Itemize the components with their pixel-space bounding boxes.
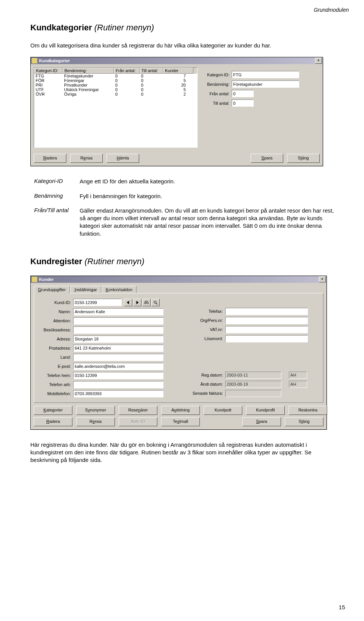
- synonymer-button[interactable]: Synonymer: [76, 406, 115, 415]
- nav-binoculars-icon[interactable]: [142, 299, 151, 306]
- input-land[interactable]: [73, 354, 163, 361]
- label-telhem: Telefon hem:: [39, 373, 71, 378]
- input-epost[interactable]: [73, 363, 163, 370]
- table-row[interactable]: UTFUtskick Föreningar005: [34, 87, 197, 92]
- tab-panel-grunduppgifter: Kund-ID: Namn: Attention: Besöksadress: [34, 293, 323, 403]
- label-andrdat: Ändr.datum:: [191, 382, 223, 386]
- autoid-button: Auto-ID: [119, 417, 157, 426]
- app-icon: [31, 58, 38, 64]
- spara-button-ku[interactable]: Spara: [242, 417, 281, 426]
- col-kunder[interactable]: Kunder: [163, 68, 193, 74]
- stang-button[interactable]: Stäng: [287, 154, 320, 163]
- app-icon: [31, 276, 38, 282]
- input-telefax[interactable]: [225, 308, 308, 315]
- tab-konton-saldon[interactable]: Konton/saldon: [102, 286, 136, 293]
- input-kategori-id[interactable]: [232, 71, 299, 78]
- definitions-table: Kategori-ID Ange ett ID för den aktuella…: [34, 178, 337, 238]
- label-post: Postadress:: [39, 346, 71, 350]
- radera-button[interactable]: RRaderaadera: [34, 154, 66, 163]
- category-form: Kategori-ID: Benämning: Från antal: Till…: [201, 67, 320, 148]
- def-term-kategori-id: Kategori-ID: [34, 178, 80, 185]
- input-attention[interactable]: [73, 317, 163, 325]
- nav-prev-icon[interactable]: [124, 299, 132, 306]
- tab-grunduppgifter[interactable]: Grunduppgifter: [34, 286, 70, 293]
- input-telarb[interactable]: [73, 381, 163, 388]
- label-besok: Besöksadress:: [39, 328, 71, 332]
- input-mobil[interactable]: [73, 390, 163, 397]
- label-till-antal: Till antal:: [203, 101, 229, 106]
- window-title-kunder: Kunder: [39, 277, 318, 282]
- table-row[interactable]: FTGFöretagskunder007: [34, 74, 197, 78]
- close-icon[interactable]: ×: [315, 58, 322, 64]
- input-regdat: [225, 372, 281, 379]
- reskontra-button[interactable]: Reskontra: [289, 406, 327, 415]
- section1-heading: Kundkategorier (Rutiner menyn): [30, 23, 337, 33]
- col-benamning[interactable]: Benämning:: [63, 68, 114, 74]
- input-telhem[interactable]: [73, 372, 163, 379]
- spara-button[interactable]: Spara: [251, 154, 283, 163]
- input-senfakt: [225, 390, 281, 397]
- radera-button-ku[interactable]: Radera: [34, 417, 72, 426]
- nav-search-icon[interactable]: [151, 299, 160, 306]
- section2-paren: (Rutiner menyn): [85, 257, 144, 266]
- label-adress: Adress:: [39, 337, 71, 341]
- table-row[interactable]: PRIPrivatkunder0020: [34, 83, 197, 87]
- input-benamning[interactable]: [232, 80, 299, 88]
- label-regdat: Reg.datum:: [191, 373, 223, 377]
- def-term-benamning: Benämning: [34, 192, 80, 200]
- svg-point-2: [144, 302, 146, 304]
- input-fran-antal[interactable]: [232, 90, 254, 97]
- tab-installningar[interactable]: Inställningar: [70, 286, 101, 293]
- kategorier-button[interactable]: Kategorier: [34, 406, 72, 415]
- label-kund-id: Kund-ID:: [39, 300, 71, 305]
- textmall-button[interactable]: Textmall: [161, 417, 200, 426]
- hamta-button[interactable]: Hämta: [107, 154, 139, 163]
- nav-next-icon[interactable]: [133, 299, 141, 306]
- def-desc-benamning: Fyll i benämningen för kategorin.: [80, 192, 337, 200]
- input-namn[interactable]: [73, 308, 163, 315]
- header-module: Grundmodulen: [314, 7, 349, 13]
- col-till-antal[interactable]: Till antal:: [140, 68, 163, 74]
- input-kund-id[interactable]: [73, 299, 122, 306]
- tabs: Grunduppgifter Inställningar Konton/sald…: [34, 286, 325, 293]
- input-adress[interactable]: [73, 336, 163, 343]
- input-besok[interactable]: [73, 326, 163, 334]
- resenarer-button[interactable]: Resenärer: [119, 406, 157, 415]
- col-kategori-id[interactable]: Kategori-ID:: [34, 68, 63, 74]
- titlebar: Kundkategorier ×: [31, 57, 323, 64]
- def-desc-fran-till: Gäller endast Arrangörsmodulen. Om du vi…: [80, 207, 337, 238]
- label-telefax: Telefax:: [191, 309, 223, 314]
- close-icon[interactable]: ×: [319, 276, 326, 282]
- label-epost: E-post:: [39, 364, 71, 369]
- input-regby: [289, 372, 307, 379]
- avdelning-button[interactable]: Avdelning: [161, 406, 200, 415]
- table-row[interactable]: FÖRFöreningar005: [34, 78, 197, 83]
- table-row[interactable]: ÖVRÖvriga002: [34, 92, 197, 96]
- category-table[interactable]: Kategori-ID: Benämning: Från antal: Till…: [34, 67, 198, 148]
- input-andrby: [289, 381, 307, 388]
- rensa-button[interactable]: Rensa: [70, 154, 103, 163]
- input-post[interactable]: [73, 345, 163, 352]
- label-attention: Attention:: [39, 318, 71, 323]
- kundprofil-button[interactable]: Kundprofil: [246, 406, 285, 415]
- label-senfakt: Senaste faktura:: [191, 391, 223, 396]
- label-mobil: Mobiltelefon:: [39, 391, 71, 396]
- input-vat[interactable]: [225, 326, 308, 333]
- outro-text: Här registreras du dina kunder. När du g…: [30, 441, 337, 464]
- kundpott-button[interactable]: Kundpott: [204, 406, 242, 415]
- stang-button-ku[interactable]: Stäng: [285, 417, 323, 426]
- svg-marker-0: [127, 301, 129, 304]
- svg-marker-1: [136, 301, 139, 304]
- label-fran-antal: Från antal:: [203, 91, 229, 96]
- input-losen[interactable]: [225, 335, 308, 342]
- section1-title: Kundkategorier: [30, 23, 92, 32]
- col-fran-antal[interactable]: Från antal:: [114, 68, 140, 74]
- label-telarb: Telefon arb:: [39, 382, 71, 387]
- input-till-antal[interactable]: [232, 99, 254, 107]
- input-orgpers[interactable]: [225, 317, 308, 324]
- def-desc-kategori-id: Ange ett ID för den aktuella kategorin.: [80, 178, 337, 185]
- def-term-fran-till: Från/Till antal: [34, 207, 80, 238]
- rensa-button-ku[interactable]: Rensa: [76, 417, 115, 426]
- section1-paren: (Rutiner menyn): [94, 23, 154, 32]
- titlebar-kunder: Kunder ×: [31, 276, 326, 283]
